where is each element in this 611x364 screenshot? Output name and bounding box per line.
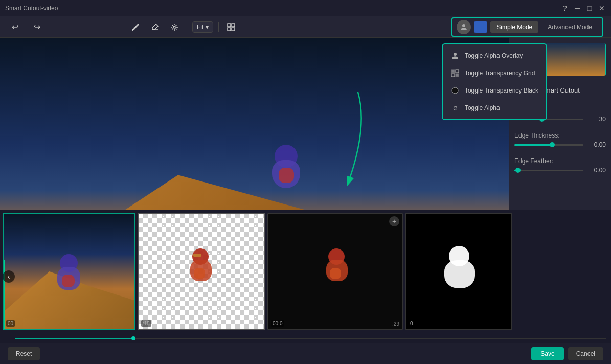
edge-feather-track [514,170,583,171]
save-button[interactable]: Save [531,347,563,360]
canvas-figure [269,145,305,191]
svg-rect-11 [451,74,455,77]
toolbar-right: Simple Mode Advanced Mode [451,17,603,37]
edge-thickness-slider-container[interactable] [514,144,583,146]
edge-thickness-section: Edge Thickness: 0.00 [514,132,606,152]
svg-rect-3 [228,24,231,27]
edge-thickness-row: 0.00 [514,141,606,148]
toggle-transparency-black-item[interactable]: Toggle Transparency Black [443,82,546,99]
film-frame-1[interactable]: 00 [3,213,135,330]
brush-size-value: 30 [587,116,606,123]
svg-point-13 [452,87,458,94]
minimize-button[interactable]: ─ [573,4,581,12]
edge-thickness-label: Edge Thickness: [514,132,606,139]
cancel-button[interactable]: Cancel [568,347,603,360]
frame-3-label: 00:0 [271,320,284,327]
edge-feather-row: 0.00 [514,167,606,174]
app-title: Smart Cutout-video [5,5,561,12]
maximize-button[interactable]: □ [585,4,594,12]
timeline-track-area [15,335,606,342]
film-frame-3[interactable]: 00:0 + :29 [267,213,403,330]
undo-button[interactable]: ↩ [8,20,22,34]
film-frame-2[interactable]: :15 [138,213,265,330]
toggle-transparency-grid-label: Toggle Transparency Grid [465,70,535,77]
toggle-alpha-overlay-icon [450,51,460,60]
titlebar: Smart Cutout-video ? ─ □ ✕ [0,0,611,16]
toggle-alpha-label: Toggle Alpha [465,104,500,111]
svg-rect-6 [232,28,235,31]
frame-4-label: 0 [409,320,415,327]
edge-feather-value: 0.00 [587,167,606,174]
help-button[interactable]: ? [561,4,569,12]
reset-button[interactable]: Reset [8,347,40,360]
view-toggle-button[interactable] [224,20,238,34]
fit-dropdown[interactable]: Fit ▾ [192,21,213,33]
pan-tool-button[interactable] [167,20,182,34]
toggle-transparency-black-label: Toggle Transparency Black [465,87,538,94]
svg-rect-9 [451,70,455,73]
svg-point-2 [173,26,175,28]
add-track-button[interactable]: + [389,216,399,226]
edge-feather-slider-container[interactable] [514,170,583,171]
redo-button[interactable]: ↪ [30,20,44,34]
svg-rect-10 [456,70,459,73]
edge-thickness-track [514,144,583,146]
fit-chevron-icon: ▾ [206,24,209,31]
toggle-transparency-black-icon [450,86,460,95]
edge-feather-label: Edge Feather: [514,157,606,165]
toggle-transparency-grid-icon [450,69,460,78]
toolbar-separator2 [218,22,219,32]
action-bar: Reset Save Cancel [0,343,611,364]
action-bar-right: Save Cancel [531,347,603,360]
toggle-alpha-item[interactable]: α Toggle Alpha [443,99,546,117]
toolbar-separator [187,22,187,32]
filmstrip: ‹ 00 [0,210,611,343]
film-frame-4[interactable]: 0 [405,213,512,330]
edge-thickness-value: 0.00 [587,141,606,148]
edge-feather-thumb[interactable] [515,168,521,173]
brush-tool-button[interactable] [128,20,143,34]
window-controls: ? ─ □ ✕ [561,4,606,12]
toggle-alpha-overlay-label: Toggle Alpha Overlay [465,52,523,59]
svg-point-7 [462,24,465,27]
frame-1-label: 00 [6,320,15,327]
edge-thickness-thumb[interactable] [550,142,555,147]
svg-point-8 [454,53,457,56]
frame-2-label: :15 [141,320,151,327]
toolbar: ↩ ↪ Fit ▾ [0,16,611,38]
toggle-alpha-overlay-item[interactable]: Toggle Alpha Overlay [443,47,546,64]
svg-point-0 [132,29,133,31]
toggle-transparency-grid-item[interactable]: Toggle Transparency Grid [443,64,546,82]
simple-mode-button[interactable]: Simple Mode [490,21,538,33]
svg-rect-4 [232,24,235,27]
toggle-alpha-icon: α [450,103,460,112]
svg-rect-5 [228,28,231,31]
blue-preview-button[interactable] [474,21,487,33]
close-button[interactable]: ✕ [598,4,606,12]
edge-thickness-fill [514,144,552,146]
advanced-mode-button[interactable]: Advanced Mode [541,21,598,33]
eraser-tool-button[interactable] [148,20,162,34]
profile-icon-button[interactable] [457,20,471,34]
svg-rect-12 [456,74,459,77]
fit-label: Fit [197,24,203,31]
edge-feather-section: Edge Feather: 0.00 [514,157,606,178]
dropdown-menu: Toggle Alpha Overlay Toggle Transparency… [442,43,547,120]
filmstrip-nav-left[interactable]: ‹ [3,270,15,283]
